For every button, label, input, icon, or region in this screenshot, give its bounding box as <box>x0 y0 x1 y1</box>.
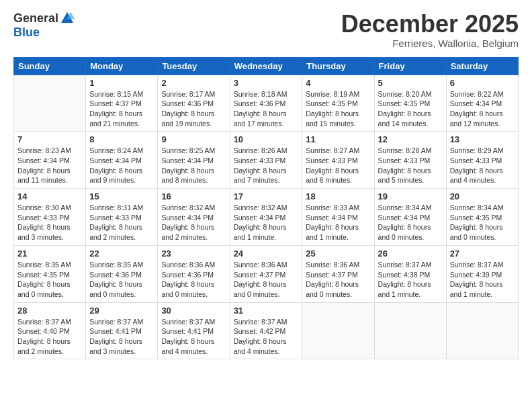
calendar-cell: 29Sunrise: 8:37 AM Sunset: 4:41 PM Dayli… <box>86 302 158 359</box>
day-info: Sunrise: 8:25 AM Sunset: 4:34 PM Dayligh… <box>161 146 226 185</box>
weekday-header-wednesday: Wednesday <box>230 57 302 75</box>
day-number: 18 <box>306 191 370 201</box>
day-info: Sunrise: 8:32 AM Sunset: 4:34 PM Dayligh… <box>161 203 226 242</box>
day-info: Sunrise: 8:29 AM Sunset: 4:33 PM Dayligh… <box>450 146 515 185</box>
day-number: 30 <box>161 306 226 316</box>
day-number: 6 <box>450 78 515 88</box>
calendar-cell: 17Sunrise: 8:32 AM Sunset: 4:34 PM Dayli… <box>230 189 302 246</box>
calendar-cell: 24Sunrise: 8:36 AM Sunset: 4:37 PM Dayli… <box>230 245 302 302</box>
calendar-cell: 5Sunrise: 8:20 AM Sunset: 4:35 PM Daylig… <box>374 75 446 132</box>
calendar-cell: 28Sunrise: 8:37 AM Sunset: 4:40 PM Dayli… <box>14 302 86 359</box>
day-number: 31 <box>234 306 299 316</box>
day-number: 17 <box>234 191 299 201</box>
calendar-cell: 22Sunrise: 8:35 AM Sunset: 4:36 PM Dayli… <box>86 245 158 302</box>
calendar-cell <box>14 75 86 132</box>
day-info: Sunrise: 8:27 AM Sunset: 4:33 PM Dayligh… <box>306 146 370 185</box>
calendar-cell: 7Sunrise: 8:23 AM Sunset: 4:34 PM Daylig… <box>14 132 86 189</box>
calendar-cell: 4Sunrise: 8:19 AM Sunset: 4:35 PM Daylig… <box>302 75 374 132</box>
calendar-cell: 26Sunrise: 8:37 AM Sunset: 4:38 PM Dayli… <box>374 245 446 302</box>
day-number: 1 <box>89 78 154 88</box>
day-info: Sunrise: 8:36 AM Sunset: 4:36 PM Dayligh… <box>161 260 226 300</box>
calendar-cell: 16Sunrise: 8:32 AM Sunset: 4:34 PM Dayli… <box>158 189 230 246</box>
weekday-header-thursday: Thursday <box>302 57 374 75</box>
day-number: 12 <box>378 134 443 144</box>
calendar-week-row: 7Sunrise: 8:23 AM Sunset: 4:34 PM Daylig… <box>14 132 519 189</box>
calendar-table: SundayMondayTuesdayWednesdayThursdayFrid… <box>13 57 519 360</box>
day-number: 16 <box>161 191 226 201</box>
day-info: Sunrise: 8:35 AM Sunset: 4:36 PM Dayligh… <box>89 260 154 300</box>
calendar-cell: 30Sunrise: 8:37 AM Sunset: 4:41 PM Dayli… <box>158 302 230 359</box>
day-info: Sunrise: 8:31 AM Sunset: 4:33 PM Dayligh… <box>89 203 154 242</box>
day-number: 28 <box>17 306 82 316</box>
day-number: 24 <box>234 248 299 259</box>
day-info: Sunrise: 8:36 AM Sunset: 4:37 PM Dayligh… <box>306 260 370 300</box>
day-number: 9 <box>161 134 226 144</box>
day-info: Sunrise: 8:37 AM Sunset: 4:39 PM Dayligh… <box>450 260 515 300</box>
calendar-cell <box>302 302 374 359</box>
calendar-week-row: 28Sunrise: 8:37 AM Sunset: 4:40 PM Dayli… <box>14 302 519 359</box>
day-info: Sunrise: 8:18 AM Sunset: 4:36 PM Dayligh… <box>234 89 299 129</box>
weekday-header-sunday: Sunday <box>14 57 86 75</box>
header: General Blue December 2025 Ferrieres, Wa… <box>13 11 519 49</box>
day-info: Sunrise: 8:35 AM Sunset: 4:35 PM Dayligh… <box>17 260 82 300</box>
day-info: Sunrise: 8:28 AM Sunset: 4:33 PM Dayligh… <box>378 146 443 185</box>
month-title: December 2025 <box>341 11 519 38</box>
day-number: 27 <box>450 248 515 259</box>
day-number: 29 <box>89 306 154 316</box>
day-number: 20 <box>450 191 515 201</box>
day-number: 25 <box>306 248 370 259</box>
calendar-cell: 31Sunrise: 8:37 AM Sunset: 4:42 PM Dayli… <box>230 302 302 359</box>
day-number: 21 <box>17 248 82 259</box>
day-info: Sunrise: 8:37 AM Sunset: 4:41 PM Dayligh… <box>89 317 154 357</box>
logo-blue: Blue <box>13 26 40 40</box>
calendar-cell: 9Sunrise: 8:25 AM Sunset: 4:34 PM Daylig… <box>158 132 230 189</box>
calendar-cell: 12Sunrise: 8:28 AM Sunset: 4:33 PM Dayli… <box>374 132 446 189</box>
day-info: Sunrise: 8:26 AM Sunset: 4:33 PM Dayligh… <box>234 146 299 185</box>
day-info: Sunrise: 8:34 AM Sunset: 4:34 PM Dayligh… <box>378 203 443 242</box>
day-info: Sunrise: 8:24 AM Sunset: 4:34 PM Dayligh… <box>89 146 154 185</box>
page-container: General Blue December 2025 Ferrieres, Wa… <box>0 0 532 411</box>
calendar-cell: 15Sunrise: 8:31 AM Sunset: 4:33 PM Dayli… <box>86 189 158 246</box>
calendar-cell: 20Sunrise: 8:34 AM Sunset: 4:35 PM Dayli… <box>446 189 518 246</box>
calendar-cell: 1Sunrise: 8:15 AM Sunset: 4:37 PM Daylig… <box>86 75 158 132</box>
calendar-week-row: 21Sunrise: 8:35 AM Sunset: 4:35 PM Dayli… <box>14 245 519 302</box>
day-info: Sunrise: 8:33 AM Sunset: 4:34 PM Dayligh… <box>306 203 370 242</box>
day-number: 7 <box>17 134 82 144</box>
calendar-cell: 11Sunrise: 8:27 AM Sunset: 4:33 PM Dayli… <box>302 132 374 189</box>
calendar-cell <box>374 302 446 359</box>
logo-general: General <box>13 11 58 26</box>
calendar-cell: 8Sunrise: 8:24 AM Sunset: 4:34 PM Daylig… <box>86 132 158 189</box>
day-info: Sunrise: 8:20 AM Sunset: 4:35 PM Dayligh… <box>378 89 443 129</box>
day-number: 14 <box>17 191 82 201</box>
day-info: Sunrise: 8:22 AM Sunset: 4:34 PM Dayligh… <box>450 89 515 129</box>
day-number: 10 <box>234 134 299 144</box>
logo: General Blue <box>13 11 75 40</box>
weekday-header-row: SundayMondayTuesdayWednesdayThursdayFrid… <box>14 57 519 75</box>
day-info: Sunrise: 8:19 AM Sunset: 4:35 PM Dayligh… <box>306 89 370 129</box>
day-info: Sunrise: 8:17 AM Sunset: 4:36 PM Dayligh… <box>161 89 226 129</box>
calendar-cell: 21Sunrise: 8:35 AM Sunset: 4:35 PM Dayli… <box>14 245 86 302</box>
day-info: Sunrise: 8:15 AM Sunset: 4:37 PM Dayligh… <box>89 89 154 129</box>
calendar-cell: 25Sunrise: 8:36 AM Sunset: 4:37 PM Dayli… <box>302 245 374 302</box>
day-number: 4 <box>306 78 370 88</box>
calendar-week-row: 1Sunrise: 8:15 AM Sunset: 4:37 PM Daylig… <box>14 75 519 132</box>
calendar-cell: 2Sunrise: 8:17 AM Sunset: 4:36 PM Daylig… <box>158 75 230 132</box>
calendar-cell: 10Sunrise: 8:26 AM Sunset: 4:33 PM Dayli… <box>230 132 302 189</box>
calendar-cell: 13Sunrise: 8:29 AM Sunset: 4:33 PM Dayli… <box>446 132 518 189</box>
day-number: 13 <box>450 134 515 144</box>
day-number: 11 <box>306 134 370 144</box>
calendar-cell: 6Sunrise: 8:22 AM Sunset: 4:34 PM Daylig… <box>446 75 518 132</box>
day-number: 8 <box>89 134 154 144</box>
calendar-cell: 3Sunrise: 8:18 AM Sunset: 4:36 PM Daylig… <box>230 75 302 132</box>
day-info: Sunrise: 8:34 AM Sunset: 4:35 PM Dayligh… <box>450 203 515 242</box>
weekday-header-saturday: Saturday <box>446 57 518 75</box>
weekday-header-tuesday: Tuesday <box>158 57 230 75</box>
day-number: 26 <box>378 248 443 259</box>
day-info: Sunrise: 8:23 AM Sunset: 4:34 PM Dayligh… <box>17 146 82 185</box>
day-info: Sunrise: 8:37 AM Sunset: 4:40 PM Dayligh… <box>17 317 82 357</box>
day-info: Sunrise: 8:30 AM Sunset: 4:33 PM Dayligh… <box>17 203 82 242</box>
location-subtitle: Ferrieres, Wallonia, Belgium <box>341 38 519 49</box>
logo-icon <box>60 11 75 26</box>
day-number: 2 <box>161 78 226 88</box>
day-info: Sunrise: 8:36 AM Sunset: 4:37 PM Dayligh… <box>234 260 299 300</box>
